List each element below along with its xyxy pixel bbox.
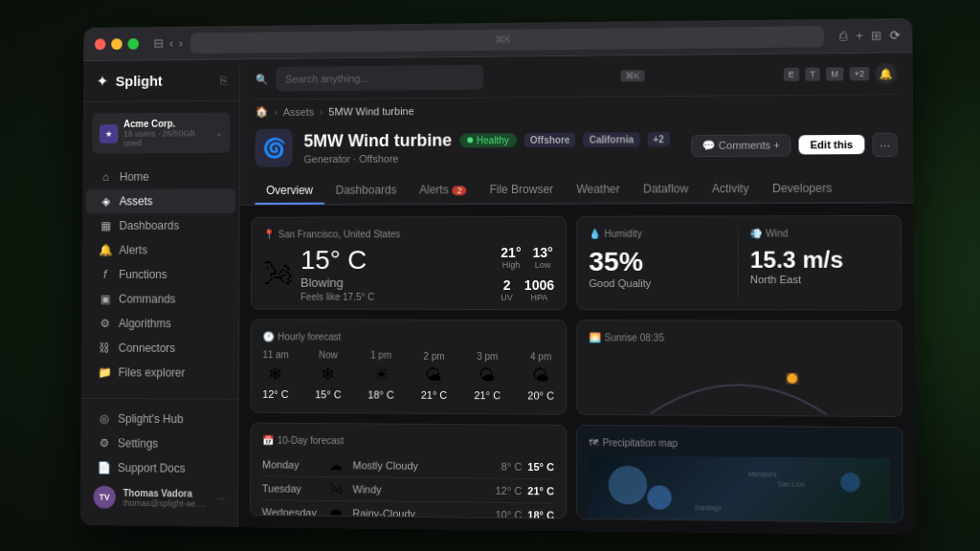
edit-button[interactable]: Edit this (798, 135, 864, 155)
sidebar-item-connectors[interactable]: ⛓ Connectors (85, 336, 234, 361)
weather-hpa: 1006 HPA (524, 277, 554, 302)
nav-controls: ⊟ ‹ › (153, 36, 183, 51)
breadcrumb-home-icon[interactable]: 🏠 (256, 105, 269, 118)
nav-section: ⌂ Home ◈ Assets ▦ Dashboards 🔔 Alerts f (81, 161, 239, 389)
close-button[interactable] (95, 38, 106, 50)
sidebar-label-hub: Splight's Hub (118, 412, 183, 426)
user-badge-e: E (784, 68, 799, 81)
tab-overview[interactable]: Overview (255, 178, 324, 205)
tab-activity[interactable]: Activity (701, 176, 761, 203)
sidebar-item-settings[interactable]: ⚙ Settings (84, 430, 234, 456)
wind-icon: 💨 (750, 228, 762, 238)
user-row[interactable]: TV Thomas Vadora thomas@splight-ae.com ·… (80, 480, 237, 516)
sidebar-label-alerts: Alerts (119, 244, 147, 257)
sidebar-label-files: Files explorer (119, 365, 186, 379)
tag-extra[interactable]: +2 (647, 132, 670, 146)
asset-name: 5MW Wind turbine Healthy Offshore Califo… (303, 129, 679, 151)
sidebar-item-functions[interactable]: f Functions (85, 262, 234, 287)
sidebar-item-algorithms[interactable]: ⚙ Algorithms (85, 311, 234, 336)
weather-feels: Feels like 17.5° C (301, 292, 374, 302)
tab-alerts[interactable]: Alerts2 (408, 177, 478, 204)
weather-temp: 15° C (301, 245, 374, 276)
header-user-badges: E T M +2 🔔 (784, 63, 898, 85)
weather-side: 21° High 13° Low 2 (501, 245, 554, 302)
hourly-title: 🕐 Hourly forecast (263, 332, 555, 343)
sidebar-toggle-icon[interactable]: ⊟ (153, 36, 164, 51)
sidebar-item-home[interactable]: ⌂ Home (86, 165, 235, 189)
location-icon: 📍 (263, 230, 275, 240)
map-placeholder: Valparaíso Santiago San Lion Mendoza (589, 455, 890, 523)
search-kbd: ⌘K (620, 70, 644, 81)
humidity-half: 💧 Humidity 35% Good Quality (589, 229, 725, 298)
asset-actions: 💬 Comments + Edit this ··· (691, 132, 897, 158)
main-content: 🔍 Search anything... ⌘K E T M +2 🔔 (238, 53, 915, 535)
svg-point-0 (788, 374, 797, 384)
weather-left: 🌬 15° C Blowing Feels like 17.5° C (263, 245, 375, 302)
sidebar-item-dashboards[interactable]: ▦ Dashboards (86, 213, 235, 238)
humidity-icon: 💧 (589, 229, 600, 239)
tag-california[interactable]: California (584, 132, 640, 146)
tab-dataflow[interactable]: Dataflow (632, 176, 701, 203)
tab-developers[interactable]: Developers (761, 176, 844, 204)
user-menu-icon[interactable]: ··· (217, 494, 224, 503)
wind-half: 💨 Wind 15.3 m/s North East (750, 228, 889, 298)
asset-icon: 🌀 (256, 129, 293, 167)
sidebar-item-docs[interactable]: 📄 Support Docs (84, 455, 234, 481)
minimize-button[interactable] (111, 38, 122, 50)
dashboards-icon: ▦ (99, 219, 112, 232)
user-badge-extra: +2 (849, 67, 869, 80)
org-card[interactable]: ★ Acme Corp. 16 users · 26/50GB used ⌄ (92, 113, 230, 154)
status-text: Healthy (477, 135, 509, 145)
search-bar: 🔍 Search anything... ⌘K E T M +2 🔔 (256, 54, 897, 100)
sidebar-item-commands[interactable]: ▣ Commands (85, 287, 234, 312)
sidebar-item-alerts[interactable]: 🔔 Alerts (86, 237, 235, 262)
precip-title: 🗺 Precipitation map (589, 437, 889, 451)
connectors-icon: ⛓ (98, 342, 111, 355)
back-icon[interactable]: ‹ (169, 36, 173, 51)
maximize-button[interactable] (127, 38, 139, 50)
divider (737, 228, 738, 298)
status-dot (467, 137, 473, 143)
org-sub: 16 users · 26/50GB used (123, 128, 210, 147)
more-button[interactable]: ··· (873, 132, 898, 156)
tab-filebrowser[interactable]: File Browser (479, 177, 566, 204)
share-icon[interactable]: ⎙ (840, 29, 848, 43)
breadcrumb-assets[interactable]: Assets (283, 105, 314, 117)
org-chevron-icon: ⌄ (215, 127, 223, 138)
sidebar-bottom: ◎ Splight's Hub ⚙ Settings 📄 Support Doc… (80, 398, 238, 516)
asset-title-block: 5MW Wind turbine Healthy Offshore Califo… (303, 129, 679, 165)
sidebar-label-settings: Settings (118, 436, 158, 450)
search-input[interactable]: Search anything... (276, 65, 483, 92)
traffic-lights (95, 38, 139, 50)
map-label-3: Mendoza (748, 471, 777, 477)
org-info: Acme Corp. 16 users · 26/50GB used (123, 119, 210, 148)
tab-weather[interactable]: Weather (565, 177, 632, 204)
weather-uv: 2 UV (501, 277, 513, 302)
sidebar-label-assets: Assets (120, 194, 153, 208)
comments-button[interactable]: 💬 Comments + (691, 134, 791, 157)
sidebar-item-hub[interactable]: ◎ Splight's Hub (84, 407, 234, 432)
sunrise-card: 🌅 Sunrise 08:35 (576, 320, 902, 417)
breadcrumb-current: 5MW Wind turbine (328, 105, 413, 118)
user-name: Thomas Vadora (123, 487, 211, 498)
sidebar-item-assets[interactable]: ◈ Assets (86, 188, 235, 213)
tag-offshore[interactable]: Offshore (524, 132, 576, 146)
grid-icon[interactable]: ⊞ (871, 28, 881, 42)
hour-item-5: 4 pm 🌤 20° C (527, 351, 554, 401)
copy-icon[interactable]: ⎘ (220, 74, 227, 87)
forward-icon[interactable]: › (179, 36, 183, 51)
add-tab-icon[interactable]: + (856, 29, 863, 43)
hub-icon: ◎ (98, 412, 111, 426)
url-bar[interactable]: ⌘K (190, 26, 824, 54)
user-info: Thomas Vadora thomas@splight-ae.com (122, 487, 210, 508)
sidebar-label-algorithms: Algorithms (119, 317, 171, 330)
sidebar-label-dashboards: Dashboards (120, 219, 180, 232)
sidebar-logo: ✦ Splight ⎘ (83, 71, 239, 102)
asset-name-text: 5MW Wind turbine (303, 130, 452, 151)
tab-dashboards[interactable]: Dashboards (324, 178, 409, 205)
sidebar-item-files[interactable]: 📁 Files explorer (85, 360, 234, 385)
notifications-icon[interactable]: 🔔 (875, 63, 897, 84)
weather-hi-lo: 21° High 13° Low (501, 245, 554, 270)
sunrise-svg (589, 351, 889, 417)
reload-icon[interactable]: ⟳ (890, 28, 901, 42)
